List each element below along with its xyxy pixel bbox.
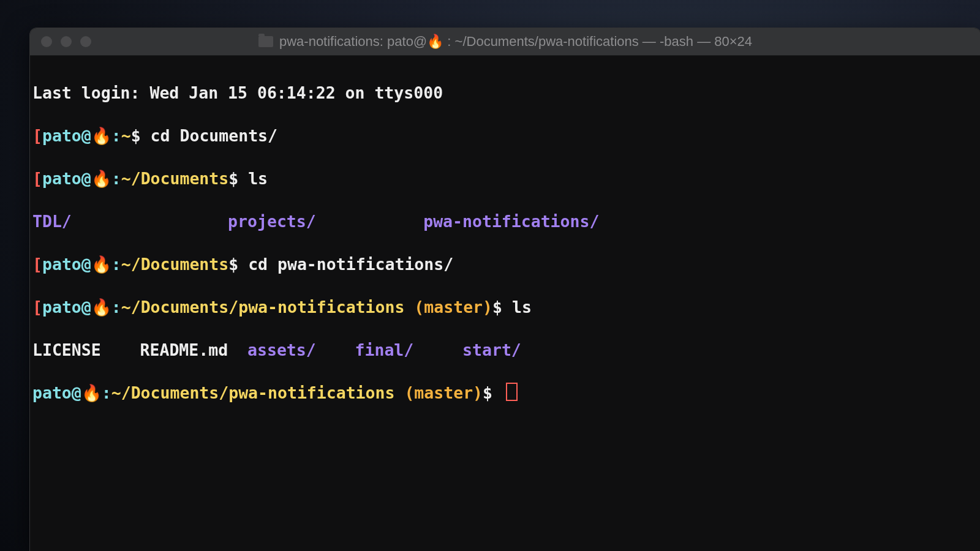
bracket-open: [ — [32, 126, 42, 145]
close-button[interactable] — [41, 36, 52, 47]
prompt-dollar: $ — [228, 255, 248, 274]
bracket-open: [ — [32, 255, 42, 274]
branch-open: ( — [394, 383, 414, 402]
command-text: ls — [512, 298, 532, 317]
fire-icon: 🔥 — [91, 126, 111, 145]
prompt-user: pato@ — [42, 126, 91, 145]
file-entry: LICENSE — [32, 340, 101, 359]
fire-icon: 🔥 — [91, 169, 111, 188]
window-title-text: pwa-notifications: pato@🔥 : ~/Documents/… — [279, 34, 752, 50]
branch-open: ( — [404, 298, 424, 317]
prompt-user: pato@ — [42, 169, 91, 188]
bracket-open: [ — [32, 298, 42, 317]
dir-entry: start/ — [462, 340, 521, 359]
dir-entry: final/ — [355, 340, 414, 359]
prompt-dollar: $ — [483, 383, 502, 402]
prompt-user: pato@ — [42, 255, 91, 274]
prompt-path: ~/Documents/pwa-notifications — [121, 298, 405, 317]
prompt-sep: : — [111, 126, 121, 145]
window-title: pwa-notifications: pato@🔥 : ~/Documents/… — [30, 34, 980, 50]
prompt-sep: : — [111, 255, 121, 274]
prompt-line-1: [pato@🔥:~$ cd Documents/ — [32, 125, 979, 146]
prompt-user: pato@ — [42, 298, 91, 317]
command-text: cd Documents/ — [151, 126, 277, 145]
prompt-path: ~/Documents — [121, 255, 229, 274]
prompt-line-current[interactable]: pato@🔥:~/Documents/pwa-notifications (ma… — [32, 382, 979, 403]
ls-output-1: TDL/ projects/ pwa-notifications/ — [32, 211, 979, 232]
ls-output-2: LICENSE README.md assets/ final/ start/ — [32, 339, 979, 361]
zoom-button[interactable] — [80, 36, 91, 47]
prompt-sep: : — [102, 383, 111, 402]
fire-icon: 🔥 — [81, 383, 102, 402]
prompt-path: ~/Documents/pwa-notifications — [111, 383, 395, 402]
terminal-content[interactable]: Last login: Wed Jan 15 06:14:22 on ttys0… — [30, 56, 980, 451]
minimize-button[interactable] — [61, 36, 72, 47]
command-text: cd pwa-notifications/ — [248, 255, 453, 274]
git-branch: master — [414, 383, 473, 402]
dir-entry: TDL/ — [32, 212, 72, 231]
git-branch: master — [424, 298, 483, 317]
command-text: ls — [248, 169, 268, 188]
prompt-dollar: $ — [131, 126, 151, 145]
folder-icon — [258, 36, 273, 47]
last-login-text: Last login: Wed Jan 15 06:14:22 on ttys0… — [32, 83, 443, 102]
dir-entry: projects/ — [228, 212, 316, 231]
prompt-sep: : — [111, 298, 121, 317]
titlebar[interactable]: pwa-notifications: pato@🔥 : ~/Documents/… — [30, 28, 980, 56]
cursor[interactable] — [506, 383, 518, 401]
fire-icon: 🔥 — [91, 255, 111, 274]
dir-entry: pwa-notifications/ — [423, 212, 599, 231]
prompt-user: pato@ — [32, 383, 81, 402]
prompt-path: ~ — [121, 126, 131, 145]
prompt-dollar: $ — [228, 169, 248, 188]
dir-entry: assets/ — [247, 340, 316, 359]
prompt-dollar: $ — [492, 298, 512, 317]
prompt-line-2: [pato@🔥:~/Documents$ ls — [32, 168, 979, 189]
last-login-line: Last login: Wed Jan 15 06:14:22 on ttys0… — [32, 82, 979, 103]
prompt-line-4: [pato@🔥:~/Documents/pwa-notifications (m… — [32, 296, 979, 318]
prompt-sep: : — [111, 169, 121, 188]
file-entry: README.md — [140, 340, 228, 359]
terminal-window: pwa-notifications: pato@🔥 : ~/Documents/… — [29, 28, 980, 551]
fire-icon: 🔥 — [91, 298, 111, 317]
prompt-path: ~/Documents — [121, 169, 229, 188]
branch-close: ) — [483, 298, 492, 317]
bracket-open: [ — [32, 169, 42, 188]
prompt-line-3: [pato@🔥:~/Documents$ cd pwa-notification… — [32, 253, 979, 275]
branch-close: ) — [473, 383, 483, 402]
window-controls — [41, 36, 91, 47]
